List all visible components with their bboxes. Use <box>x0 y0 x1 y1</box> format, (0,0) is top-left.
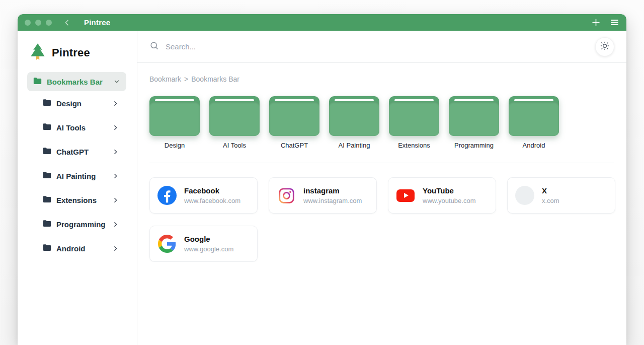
folder-icon <box>43 123 51 132</box>
content-header <box>137 31 626 63</box>
search-input[interactable] <box>166 42 407 51</box>
bookmark-card-instagram[interactable]: instagram www.instagram.com <box>269 177 377 214</box>
chevron-right-icon <box>112 100 119 107</box>
chevron-right-icon <box>112 245 119 252</box>
logo-text: Pintree <box>52 46 90 59</box>
browser-window: Pintree Pintree <box>18 14 626 345</box>
instagram-icon <box>276 185 296 205</box>
search-icon <box>149 41 159 52</box>
chevron-down-icon <box>113 78 120 85</box>
bookmark-url: x.com <box>542 197 559 204</box>
x-icon <box>515 185 535 205</box>
bookmark-title: X <box>542 186 559 195</box>
chevron-right-icon <box>112 149 119 155</box>
chevron-right-icon <box>112 221 119 228</box>
bookmark-url: www.facebook.com <box>184 197 240 204</box>
folder-label: Programming <box>449 142 499 149</box>
sidebar-item-label: Extensions <box>56 196 97 204</box>
folder-card[interactable]: Android <box>509 96 559 149</box>
sidebar-item-label: Android <box>56 244 86 253</box>
folder-icon <box>43 99 51 108</box>
bookmark-card-x[interactable]: X x.com <box>507 177 615 214</box>
folder-card[interactable]: AI Tools <box>209 96 260 149</box>
folder-icon <box>43 220 51 229</box>
chevron-right-icon <box>112 124 119 131</box>
folder-label: Extensions <box>389 142 439 149</box>
sidebar-item-label: Design <box>56 99 82 108</box>
folder-icon <box>43 171 51 181</box>
folder-card[interactable]: ChatGPT <box>269 96 319 149</box>
bookmark-card-google[interactable]: Google www.google.com <box>149 226 258 262</box>
bookmark-title: instagram <box>303 186 362 195</box>
chevron-right-icon <box>112 173 119 179</box>
sidebar-item-bookmarks-bar[interactable]: Bookmarks Bar <box>27 72 126 91</box>
green-folder-icon <box>509 96 559 136</box>
green-folder-icon <box>209 96 260 136</box>
folder-card[interactable]: Extensions <box>389 96 439 149</box>
folder-card[interactable]: Programming <box>449 96 499 149</box>
logo: Pintree <box>18 42 137 64</box>
green-folder-icon <box>449 96 499 136</box>
sidebar-item-label: Programming <box>56 220 106 229</box>
breadcrumb-current: Bookmarks Bar <box>191 75 239 83</box>
google-icon <box>157 234 177 254</box>
green-folder-icon <box>389 96 439 136</box>
sidebar-item-label: AI Tools <box>56 123 86 132</box>
search-box <box>149 41 595 52</box>
sidebar-items: Design AI Tools <box>18 91 137 260</box>
pine-tree-logo-icon <box>30 42 46 63</box>
folder-icon <box>33 77 42 87</box>
breadcrumb: Bookmark > Bookmarks Bar <box>149 75 614 83</box>
window-zoom-button[interactable] <box>46 20 52 26</box>
folder-icon <box>43 244 51 253</box>
sidebar-item-label: ChatGPT <box>56 148 89 156</box>
folder-icon <box>43 147 51 157</box>
traffic-lights <box>25 20 52 26</box>
facebook-icon <box>157 185 177 205</box>
bookmark-card-facebook[interactable]: Facebook www.facebook.com <box>149 177 258 214</box>
folder-label: Android <box>509 142 559 149</box>
breadcrumb-root[interactable]: Bookmark <box>149 75 181 83</box>
folder-label: AI Painting <box>329 142 379 149</box>
folder-label: AI Tools <box>209 142 260 149</box>
folder-card[interactable]: Design <box>149 96 200 149</box>
content-area: Bookmark > Bookmarks Bar Design <box>137 31 626 345</box>
window-title: Pintree <box>84 18 110 27</box>
bookmark-title: Facebook <box>184 186 240 195</box>
window-close-button[interactable] <box>25 20 31 26</box>
folder-label: ChatGPT <box>269 142 319 149</box>
sidebar-item[interactable]: Design <box>18 91 137 115</box>
folder-label: Design <box>149 142 200 149</box>
bookmark-title: YouTube <box>423 186 476 195</box>
folder-card[interactable]: AI Painting <box>329 96 379 149</box>
bookmark-url: www.google.com <box>184 245 233 253</box>
sidebar-item[interactable]: Android <box>18 236 137 260</box>
green-folder-icon <box>329 96 379 136</box>
sidebar-item-label: AI Painting <box>56 172 96 180</box>
chevron-right-icon <box>112 197 119 203</box>
theme-toggle-button[interactable] <box>595 37 614 56</box>
folder-icon <box>43 195 51 205</box>
sidebar: Pintree Bookmarks Bar <box>18 31 137 345</box>
window-minimize-button[interactable] <box>35 20 41 26</box>
plus-icon[interactable] <box>591 18 601 27</box>
bookmark-grid: Facebook www.facebook.com <box>149 177 614 262</box>
bookmark-card-youtube[interactable]: YouTube www.youtube.com <box>388 177 496 214</box>
bookmark-url: www.instagram.com <box>303 197 362 204</box>
youtube-icon <box>395 185 416 205</box>
section-divider <box>149 163 614 163</box>
sidebar-item[interactable]: Programming <box>18 212 137 236</box>
green-folder-icon <box>269 96 319 136</box>
main-panel: Bookmark > Bookmarks Bar Design <box>137 63 626 262</box>
sidebar-item-label: Bookmarks Bar <box>47 78 103 86</box>
green-folder-icon <box>149 96 200 136</box>
hamburger-menu-icon[interactable] <box>610 18 619 27</box>
sidebar-item[interactable]: AI Painting <box>18 164 137 188</box>
sidebar-item[interactable]: AI Tools <box>18 115 137 140</box>
sidebar-item[interactable]: Extensions <box>18 188 137 212</box>
sidebar-nav: Bookmarks Bar Design <box>18 72 137 260</box>
bookmark-title: Google <box>184 235 233 243</box>
sidebar-item[interactable]: ChatGPT <box>18 140 137 164</box>
back-chevron-icon[interactable] <box>63 19 71 27</box>
window-titlebar: Pintree <box>18 14 626 31</box>
